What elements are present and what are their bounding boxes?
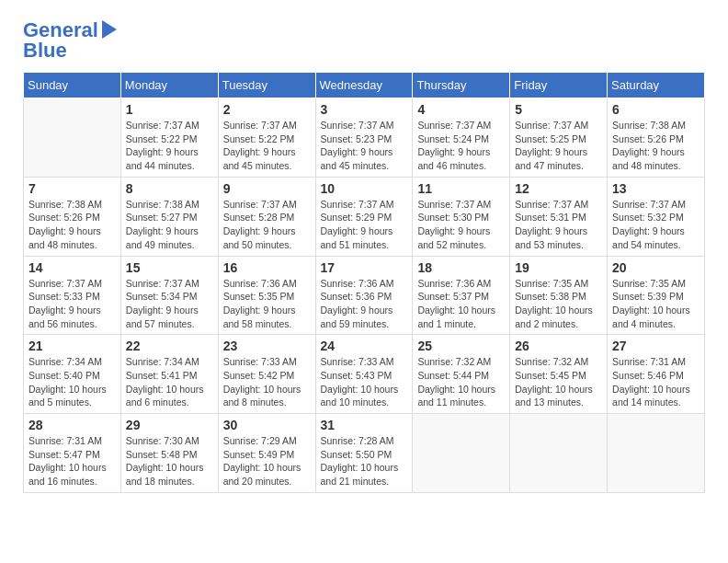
day-info: Sunrise: 7:34 AM Sunset: 5:41 PM Dayligh…	[126, 355, 213, 409]
day-number: 22	[126, 339, 213, 353]
calendar-cell: 24Sunrise: 7:33 AM Sunset: 5:43 PM Dayli…	[315, 335, 413, 414]
day-info: Sunrise: 7:37 AM Sunset: 5:24 PM Dayligh…	[417, 119, 505, 173]
day-info: Sunrise: 7:37 AM Sunset: 5:29 PM Dayligh…	[321, 198, 408, 252]
day-number: 29	[126, 418, 213, 432]
day-info: Sunrise: 7:35 AM Sunset: 5:38 PM Dayligh…	[515, 277, 602, 331]
calendar-cell: 22Sunrise: 7:34 AM Sunset: 5:41 PM Dayli…	[120, 335, 218, 414]
calendar-cell: 19Sunrise: 7:35 AM Sunset: 5:38 PM Dayli…	[510, 256, 608, 335]
calendar-cell: 4Sunrise: 7:37 AM Sunset: 5:24 PM Daylig…	[413, 98, 510, 178]
calendar-cell: 6Sunrise: 7:38 AM Sunset: 5:26 PM Daylig…	[608, 98, 705, 178]
day-info: Sunrise: 7:37 AM Sunset: 5:22 PM Dayligh…	[223, 119, 311, 173]
week-row-2: 7Sunrise: 7:38 AM Sunset: 5:26 PM Daylig…	[24, 177, 705, 256]
day-info: Sunrise: 7:33 AM Sunset: 5:42 PM Dayligh…	[223, 355, 311, 409]
day-info: Sunrise: 7:38 AM Sunset: 5:26 PM Dayligh…	[612, 119, 700, 173]
calendar-cell: 20Sunrise: 7:35 AM Sunset: 5:39 PM Dayli…	[608, 256, 705, 335]
week-row-1: 1Sunrise: 7:37 AM Sunset: 5:22 PM Daylig…	[24, 98, 705, 178]
header-cell-friday: Friday	[510, 73, 608, 98]
calendar-cell: 31Sunrise: 7:28 AM Sunset: 5:50 PM Dayli…	[315, 414, 413, 493]
day-number: 7	[28, 181, 116, 196]
day-info: Sunrise: 7:34 AM Sunset: 5:40 PM Dayligh…	[28, 355, 116, 409]
day-number: 21	[28, 339, 116, 353]
day-number: 3	[321, 102, 408, 117]
day-number: 10	[321, 181, 408, 196]
header-cell-sunday: Sunday	[24, 73, 121, 98]
calendar-cell: 13Sunrise: 7:37 AM Sunset: 5:32 PM Dayli…	[608, 177, 705, 256]
day-info: Sunrise: 7:37 AM Sunset: 5:32 PM Dayligh…	[612, 198, 700, 252]
day-info: Sunrise: 7:33 AM Sunset: 5:43 PM Dayligh…	[321, 355, 408, 409]
day-number: 15	[126, 260, 213, 275]
calendar-cell: 5Sunrise: 7:37 AM Sunset: 5:25 PM Daylig…	[510, 98, 608, 178]
calendar-cell: 2Sunrise: 7:37 AM Sunset: 5:22 PM Daylig…	[218, 98, 315, 178]
calendar-cell: 14Sunrise: 7:37 AM Sunset: 5:33 PM Dayli…	[24, 256, 121, 335]
day-info: Sunrise: 7:35 AM Sunset: 5:39 PM Dayligh…	[612, 277, 700, 331]
calendar-cell: 30Sunrise: 7:29 AM Sunset: 5:49 PM Dayli…	[218, 414, 315, 493]
day-number: 1	[126, 102, 213, 117]
day-number: 12	[515, 181, 602, 196]
day-info: Sunrise: 7:36 AM Sunset: 5:36 PM Dayligh…	[321, 277, 408, 331]
day-info: Sunrise: 7:37 AM Sunset: 5:23 PM Dayligh…	[321, 119, 408, 173]
day-number: 20	[612, 260, 700, 275]
week-row-4: 21Sunrise: 7:34 AM Sunset: 5:40 PM Dayli…	[24, 335, 705, 414]
day-info: Sunrise: 7:36 AM Sunset: 5:37 PM Dayligh…	[417, 277, 505, 331]
calendar-cell: 12Sunrise: 7:37 AM Sunset: 5:31 PM Dayli…	[510, 177, 608, 256]
day-number: 4	[417, 102, 505, 117]
day-number: 25	[417, 339, 505, 353]
calendar-cell: 25Sunrise: 7:32 AM Sunset: 5:44 PM Dayli…	[413, 335, 510, 414]
day-info: Sunrise: 7:37 AM Sunset: 5:22 PM Dayligh…	[126, 119, 213, 173]
header-cell-wednesday: Wednesday	[315, 73, 413, 98]
day-info: Sunrise: 7:32 AM Sunset: 5:44 PM Dayligh…	[417, 355, 505, 409]
logo: General Blue	[23, 18, 117, 63]
day-number: 18	[417, 260, 505, 275]
day-number: 11	[417, 181, 505, 196]
calendar-cell	[24, 98, 121, 178]
header-cell-monday: Monday	[120, 73, 218, 98]
calendar-cell: 28Sunrise: 7:31 AM Sunset: 5:47 PM Dayli…	[24, 414, 121, 493]
day-number: 2	[223, 102, 311, 117]
logo-text-blue: Blue	[23, 39, 67, 63]
day-info: Sunrise: 7:37 AM Sunset: 5:33 PM Dayligh…	[28, 277, 116, 331]
day-info: Sunrise: 7:32 AM Sunset: 5:45 PM Dayligh…	[515, 355, 602, 409]
day-number: 17	[321, 260, 408, 275]
day-number: 27	[612, 339, 700, 353]
day-number: 16	[223, 260, 311, 275]
day-info: Sunrise: 7:28 AM Sunset: 5:50 PM Dayligh…	[321, 434, 408, 488]
day-info: Sunrise: 7:37 AM Sunset: 5:31 PM Dayligh…	[515, 198, 602, 252]
calendar-cell: 26Sunrise: 7:32 AM Sunset: 5:45 PM Dayli…	[510, 335, 608, 414]
day-number: 19	[515, 260, 602, 275]
logo-arrow-icon	[102, 20, 117, 39]
calendar-cell	[413, 414, 510, 493]
day-number: 13	[612, 181, 700, 196]
header-row: SundayMondayTuesdayWednesdayThursdayFrid…	[24, 73, 705, 98]
day-number: 23	[223, 339, 311, 353]
day-info: Sunrise: 7:30 AM Sunset: 5:48 PM Dayligh…	[126, 434, 213, 488]
page: General Blue SundayMondayTuesdayWednesda…	[0, 0, 728, 511]
day-number: 26	[515, 339, 602, 353]
day-info: Sunrise: 7:29 AM Sunset: 5:49 PM Dayligh…	[223, 434, 311, 488]
calendar-cell: 18Sunrise: 7:36 AM Sunset: 5:37 PM Dayli…	[413, 256, 510, 335]
day-info: Sunrise: 7:37 AM Sunset: 5:30 PM Dayligh…	[417, 198, 505, 252]
calendar-cell: 16Sunrise: 7:36 AM Sunset: 5:35 PM Dayli…	[218, 256, 315, 335]
day-number: 5	[515, 102, 602, 117]
calendar-cell: 3Sunrise: 7:37 AM Sunset: 5:23 PM Daylig…	[315, 98, 413, 178]
week-row-3: 14Sunrise: 7:37 AM Sunset: 5:33 PM Dayli…	[24, 256, 705, 335]
calendar-cell: 15Sunrise: 7:37 AM Sunset: 5:34 PM Dayli…	[120, 256, 218, 335]
day-number: 9	[223, 181, 311, 196]
day-info: Sunrise: 7:38 AM Sunset: 5:27 PM Dayligh…	[126, 198, 213, 252]
calendar-cell: 9Sunrise: 7:37 AM Sunset: 5:28 PM Daylig…	[218, 177, 315, 256]
calendar-cell: 11Sunrise: 7:37 AM Sunset: 5:30 PM Dayli…	[413, 177, 510, 256]
calendar-cell: 17Sunrise: 7:36 AM Sunset: 5:36 PM Dayli…	[315, 256, 413, 335]
day-number: 6	[612, 102, 700, 117]
calendar-cell: 23Sunrise: 7:33 AM Sunset: 5:42 PM Dayli…	[218, 335, 315, 414]
calendar-table: SundayMondayTuesdayWednesdayThursdayFrid…	[23, 72, 705, 493]
day-number: 8	[126, 181, 213, 196]
header-cell-saturday: Saturday	[608, 73, 705, 98]
calendar-cell: 29Sunrise: 7:30 AM Sunset: 5:48 PM Dayli…	[120, 414, 218, 493]
calendar-cell: 21Sunrise: 7:34 AM Sunset: 5:40 PM Dayli…	[24, 335, 121, 414]
header: General Blue	[23, 18, 705, 63]
day-number: 14	[28, 260, 116, 275]
day-info: Sunrise: 7:37 AM Sunset: 5:28 PM Dayligh…	[223, 198, 311, 252]
day-number: 24	[321, 339, 408, 353]
day-info: Sunrise: 7:37 AM Sunset: 5:34 PM Dayligh…	[126, 277, 213, 331]
header-cell-tuesday: Tuesday	[218, 73, 315, 98]
week-row-5: 28Sunrise: 7:31 AM Sunset: 5:47 PM Dayli…	[24, 414, 705, 493]
